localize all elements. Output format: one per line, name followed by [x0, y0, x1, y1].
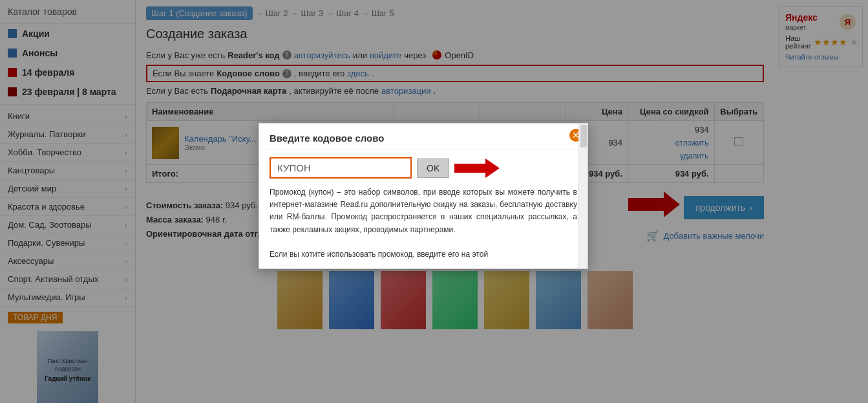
modal-body: OK Промокод (купон) – это набор символов… [259, 149, 587, 268]
modal-ok-button[interactable]: OK [417, 158, 449, 178]
modal-input-row: OK [270, 157, 577, 179]
red-arrow-ok-right [454, 158, 500, 178]
modal-overlay[interactable]: Введите кодовое слово ✕ OK Промокод (куп… [0, 0, 868, 403]
modal-desc-text2: Если вы хотите использовать промокод, вв… [270, 248, 577, 261]
coupon-input[interactable] [270, 157, 412, 179]
modal-title: Введите кодовое слово [270, 133, 384, 144]
modal-scrollbar[interactable] [578, 124, 587, 268]
modal-dialog: Введите кодовое слово ✕ OK Промокод (куп… [259, 123, 588, 269]
modal-description: Промокод (купон) – это набор символов, п… [270, 186, 577, 261]
modal-desc-text: Промокод (купон) – это набор символов, п… [270, 186, 577, 236]
scroll-thumb [580, 125, 587, 147]
svg-marker-4 [454, 158, 500, 178]
modal-header: Введите кодовое слово ✕ [259, 124, 587, 149]
